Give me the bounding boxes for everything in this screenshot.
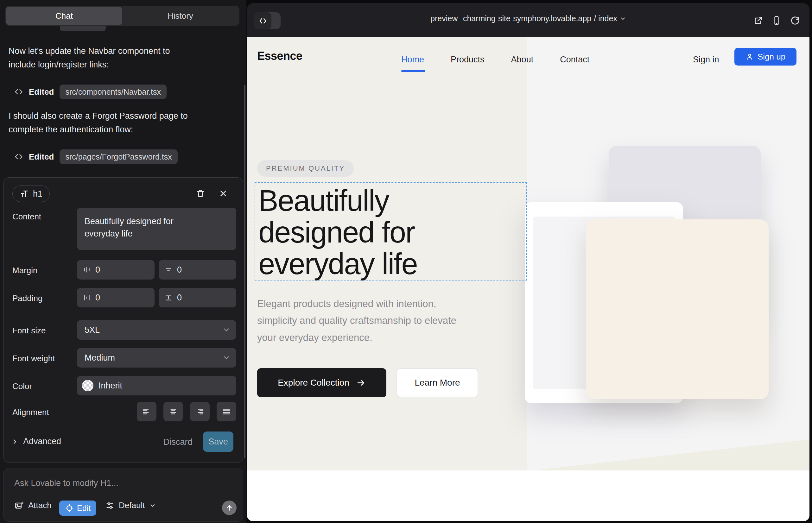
prompt-input[interactable]: Ask Lovable to modify H1...: [14, 479, 119, 488]
chevron-down-icon: [222, 354, 231, 362]
chevron-down-icon: [149, 502, 156, 509]
nav-products[interactable]: Products: [451, 55, 484, 65]
element-tag-label: h1: [33, 189, 42, 199]
font-weight-select[interactable]: Medium: [77, 348, 236, 367]
arrow-right-icon: [356, 378, 366, 387]
decorative-card-cream: [586, 219, 769, 399]
hero-paragraph: Elegant products designed with intention…: [257, 295, 476, 346]
user-icon: [745, 53, 754, 61]
padding-x-input[interactable]: 0: [77, 288, 155, 307]
file-chip[interactable]: src/pages/ForgotPassword.tsx: [59, 149, 177, 164]
font-size-label: Font size: [12, 326, 46, 336]
heading-type-icon: [20, 189, 29, 198]
sign-in-link[interactable]: Sign in: [693, 55, 719, 65]
preview-path: / index: [594, 14, 617, 23]
refresh-icon[interactable]: [788, 14, 802, 28]
code-icon: [14, 87, 23, 96]
close-editor-icon[interactable]: [216, 186, 230, 200]
chevron-right-icon: [11, 438, 19, 446]
content-label: Content: [12, 212, 41, 222]
edited-label: Edited: [29, 87, 54, 97]
file-chip[interactable]: src/components/Navbar.tsx: [59, 85, 166, 99]
chevron-down-icon: [620, 16, 626, 22]
nav-about[interactable]: About: [511, 55, 534, 65]
clipped-chip: [60, 26, 106, 31]
edit-mode-button[interactable]: Edit: [59, 501, 96, 516]
edited-file-row: Edited src/components/Navbar.tsx: [14, 85, 166, 99]
tab-history[interactable]: History: [122, 7, 239, 25]
padding-label: Padding: [12, 293, 42, 303]
preview-domain: preview--charming-site-symphony.lovable.…: [430, 14, 591, 23]
color-label: Color: [12, 381, 32, 391]
padding-y-input[interactable]: 0: [159, 288, 236, 307]
active-nav-underline: [401, 70, 425, 72]
explore-collection-button[interactable]: Explore Collection: [257, 368, 386, 397]
font-size-select[interactable]: 5XL: [77, 320, 236, 340]
open-external-icon[interactable]: [751, 14, 765, 28]
attach-button[interactable]: Attach: [14, 501, 52, 510]
color-swatch: [82, 380, 93, 391]
assistant-message: Now let's update the Navbar component to…: [8, 44, 198, 72]
site-logo[interactable]: Essence: [257, 49, 302, 63]
code-icon: [14, 152, 23, 161]
margin-horizontal-icon: [83, 266, 91, 274]
margin-label: Margin: [12, 266, 37, 275]
save-button[interactable]: Save: [203, 432, 233, 452]
chevron-down-icon: [222, 326, 231, 334]
align-right-button[interactable]: [190, 402, 210, 421]
chat-scrollbar[interactable]: [244, 85, 245, 458]
target-icon: [65, 504, 74, 512]
prompt-composer: Ask Lovable to modify H1... Attach Edit …: [3, 468, 243, 522]
chat-history-tabs: Chat History: [5, 6, 240, 26]
attach-image-icon: [14, 501, 24, 510]
assistant-message: I should also create a Forgot Password p…: [8, 109, 198, 137]
padding-horizontal-icon: [83, 293, 91, 302]
learn-more-button[interactable]: Learn More: [396, 368, 478, 397]
tab-chat[interactable]: Chat: [6, 7, 122, 25]
padding-vertical-icon: [164, 293, 173, 302]
edited-file-row: Edited src/pages/ForgotPassword.tsx: [14, 149, 178, 164]
content-textarea[interactable]: Beautifully designed for everyday life: [77, 208, 236, 250]
margin-y-input[interactable]: 0: [159, 260, 236, 279]
hero-heading[interactable]: Beautifully designed for everyday life: [259, 185, 480, 280]
delete-element-button[interactable]: [194, 186, 208, 200]
margin-vertical-icon: [164, 266, 173, 274]
site-viewport: Essence Home Products About Contact Sign…: [247, 37, 810, 521]
alignment-buttons: [137, 402, 236, 421]
nav-contact[interactable]: Contact: [560, 55, 589, 65]
align-left-button[interactable]: [137, 402, 156, 421]
chrome-actions: [751, 14, 802, 28]
selected-element-pill: h1: [12, 185, 50, 202]
align-justify-button[interactable]: [217, 402, 236, 421]
mobile-view-icon[interactable]: [770, 14, 783, 28]
sliders-icon: [105, 501, 114, 510]
alignment-label: Alignment: [12, 408, 49, 417]
preview-panel: preview--charming-site-symphony.lovable.…: [247, 3, 810, 521]
nav-home[interactable]: Home: [401, 55, 424, 65]
mode-selector[interactable]: Default: [105, 501, 156, 510]
edited-label: Edited: [29, 152, 54, 162]
send-button[interactable]: [222, 501, 236, 515]
font-weight-label: Font weight: [12, 354, 55, 363]
margin-x-input[interactable]: 0: [77, 260, 155, 279]
hero-badge: PREMIUM QUALITY: [257, 160, 354, 177]
discard-button[interactable]: Discard: [163, 437, 193, 447]
chat-panel: Chat History Now let's update the Navbar…: [0, 0, 246, 523]
advanced-toggle[interactable]: Advanced: [11, 437, 61, 446]
preview-url[interactable]: preview--charming-site-symphony.lovable.…: [247, 14, 810, 23]
element-editor-panel: h1 Content Beautifully designed for ever…: [3, 177, 243, 463]
align-center-button[interactable]: [163, 402, 183, 421]
sign-up-button[interactable]: Sign up: [735, 48, 796, 66]
arrow-up-icon: [225, 504, 233, 512]
site-nav: Home Products About Contact: [401, 55, 589, 65]
color-picker-field[interactable]: Inherit: [77, 376, 236, 395]
app-window: Chat History Now let's update the Navbar…: [0, 0, 812, 523]
